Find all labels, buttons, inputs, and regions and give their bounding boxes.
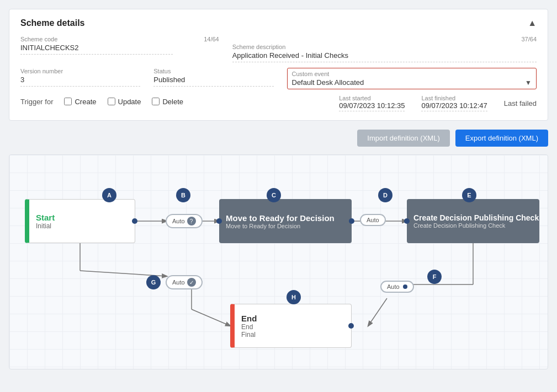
create-checkbox[interactable] (64, 98, 72, 105)
custom-event-value: Default Desk Allocated ▼ (292, 78, 532, 87)
auto-label-3: Auto (172, 279, 185, 286)
decision-node-title: Create Decision Publishing Check (413, 213, 539, 222)
version-number-label: Version number (20, 68, 140, 74)
dates-row: Last started 09/07/2023 10:12:35 Last fi… (339, 95, 537, 111)
scheme-code-group: Scheme code INITIALCHECKS2 (20, 36, 173, 62)
auto-label-1: Auto (172, 218, 185, 224)
last-finished-value: 09/07/2023 10:12:47 (421, 101, 487, 111)
start-node[interactable]: Start Initial (25, 199, 135, 243)
badge-d: D (378, 188, 392, 202)
version-number-value: 3 (20, 76, 140, 87)
auto-pill-4[interactable]: Auto (380, 281, 414, 293)
custom-event-group[interactable]: Custom event Default Desk Allocated ▼ (287, 68, 537, 89)
badge-c: C (267, 188, 281, 202)
trigger-label: Trigger for (20, 98, 53, 106)
decision-dot (404, 218, 410, 224)
auto-pill-2[interactable]: Auto (360, 214, 386, 226)
badge-b: B (176, 188, 190, 202)
svg-line-7 (192, 309, 230, 326)
badge-g: G (146, 275, 161, 289)
auto-pill-3[interactable]: Auto ✓ (166, 275, 203, 289)
badge-a: A (102, 188, 116, 202)
decision-node[interactable]: Create Decision Publishing Check Create … (407, 199, 539, 243)
char-count-left: 14/64 (186, 36, 219, 42)
scheme-description-value: Application Received - Initial Checks (232, 51, 537, 62)
end-node-title: End (241, 314, 351, 323)
end-node-sub1: End (241, 323, 351, 331)
scheme-desc-group: 37/64 Scheme description Application Rec… (232, 36, 537, 62)
diagram-area: Start Initial Auto ? Move to Ready for D… (9, 154, 548, 369)
trigger-row: Trigger for Create Update Delete (20, 98, 183, 106)
badge-h: H (287, 290, 301, 304)
scheme-details-card: Scheme details ▲ Scheme code INITIALCHEC… (9, 9, 548, 121)
collapse-icon[interactable]: ▲ (528, 18, 537, 28)
row-scheme-code-desc: Scheme code INITIALCHECKS2 14/64 37/64 S… (20, 36, 537, 62)
char-count-right: 37/64 (521, 36, 537, 42)
svg-line-5 (368, 298, 387, 326)
status-group: Status Published (153, 68, 273, 89)
move-dot-left (216, 218, 222, 224)
last-failed-label: Last failed (504, 99, 537, 108)
update-checkbox[interactable] (108, 98, 115, 105)
move-node-sub: Move to Ready for Decision (226, 223, 352, 229)
delete-checkbox[interactable] (152, 98, 160, 105)
update-label: Update (118, 98, 141, 106)
scheme-description-label: Scheme description (232, 44, 537, 50)
badge-f: F (427, 270, 442, 284)
end-node-sub2: Final (241, 331, 351, 339)
create-checkbox-group: Create (64, 98, 96, 106)
auto-label-2: Auto (367, 217, 379, 223)
status-label: Status (153, 68, 273, 74)
auto4-dot (403, 284, 407, 289)
version-number-group: Version number 3 (20, 68, 140, 89)
scheme-code-value: INITIALCHECKS2 (20, 44, 173, 55)
question-icon-1: ? (187, 217, 196, 225)
card-header: Scheme details ▲ (20, 18, 537, 28)
custom-event-label: Custom event (292, 71, 532, 77)
last-started-value: 09/07/2023 10:12:35 (339, 101, 405, 111)
update-checkbox-group: Update (108, 98, 141, 106)
start-dot (132, 218, 137, 224)
decision-node-sub: Create Decision Publishing Check (413, 222, 539, 229)
chevron-down-icon: ▼ (525, 79, 532, 87)
last-finished-label: Last finished (421, 95, 487, 101)
start-node-title: Start (36, 213, 135, 222)
end-dot (348, 323, 354, 329)
move-node[interactable]: Move to Ready for Decision Move to Ready… (219, 199, 352, 243)
end-node[interactable]: End End Final (230, 304, 352, 348)
start-node-sub: Initial (36, 222, 135, 230)
import-button[interactable]: Import definition (XML) (357, 130, 450, 147)
last-started-group: Last started 09/07/2023 10:12:35 (339, 95, 405, 111)
status-value: Published (153, 76, 273, 87)
check-icon-3: ✓ (187, 278, 196, 287)
export-button[interactable]: Export definition (XML) (455, 130, 548, 147)
card-title: Scheme details (20, 18, 85, 28)
delete-checkbox-group: Delete (152, 98, 183, 106)
create-label: Create (75, 98, 96, 106)
auto-pill-1[interactable]: Auto ? (166, 214, 203, 228)
row-version-status-event: Version number 3 Status Published Custom… (20, 68, 537, 89)
bottom-row: Trigger for Create Update Delete Last st… (20, 95, 537, 111)
last-started-label: Last started (339, 95, 405, 101)
delete-label: Delete (162, 98, 183, 106)
auto-label-4: Auto (387, 283, 400, 290)
page-container: Scheme details ▲ Scheme code INITIALCHEC… (0, 0, 557, 378)
scheme-code-label: Scheme code (20, 36, 173, 42)
badge-e: E (462, 188, 476, 202)
move-dot-right (349, 218, 354, 224)
move-node-title: Move to Ready for Decision (226, 213, 352, 223)
toolbar: Import definition (XML) Export definitio… (9, 130, 548, 147)
last-finished-group: Last finished 09/07/2023 10:12:47 (421, 95, 487, 111)
